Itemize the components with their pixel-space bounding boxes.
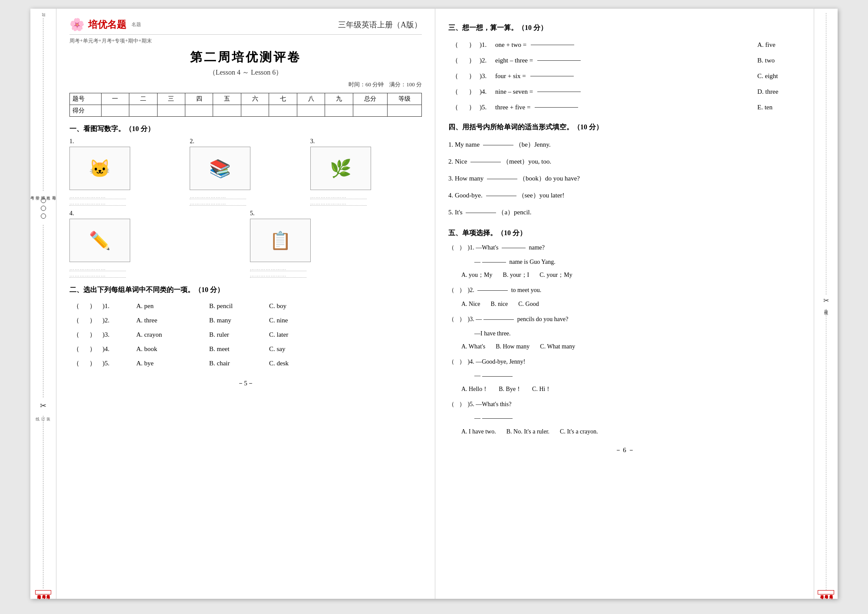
score-2[interactable]	[129, 105, 157, 117]
score-grade[interactable]	[387, 105, 421, 117]
image-item-2: 2. 📚 ………………… …………………	[190, 138, 301, 206]
choice-row: （ ） )2. to meet you.	[448, 285, 801, 296]
section3-content: （ ） )1. one + two = A. five （ ） )2. eigh…	[448, 37, 801, 115]
choice-row: （ ） )4. —Good-bye, Jenny!	[448, 356, 801, 368]
list-item: 1. My name （be）Jenny.	[448, 136, 801, 153]
left-strip: JJ 题号姓名班级学校考号 ✂ 装订线 培优名题周考单元考月考专项期中期末	[30, 9, 56, 599]
score-header-8: 八	[297, 93, 325, 105]
strip-dots	[41, 198, 46, 219]
section5-list: （ ） )1. —What's name? — name is Guo Yang…	[448, 242, 801, 437]
list-item: （ ） )3. four + six = C. eight	[448, 68, 801, 84]
image-box-1: 🐱	[69, 147, 130, 190]
scissor-icon: ✂	[40, 401, 46, 410]
image-box-5: 📋	[250, 219, 311, 262]
choice-row: （ ） )1. —What's name?	[448, 242, 801, 254]
score-header-4: 四	[185, 93, 213, 105]
list-item: （ ） )1. one + two = A. five	[448, 37, 801, 53]
scissor-icon-right: ✂	[823, 296, 829, 305]
exam-score: 满分：100 分	[389, 81, 422, 88]
section1-images-row2: 4. ✏️ ………………… ………………… 5. 📋 ………………… ………………	[69, 210, 422, 278]
right-page: 三、想一想，算一算。（10 分） （ ） )1. one + two = A. …	[435, 9, 814, 599]
list-item: （ ） )5. A. bye B. chair C. desk	[69, 356, 422, 371]
page-num-left: －5－	[69, 379, 422, 387]
choice-row: （ ） )5. —What's this?	[448, 399, 801, 410]
score-9[interactable]	[325, 105, 353, 117]
score-7[interactable]	[269, 105, 297, 117]
score-8[interactable]	[297, 105, 325, 117]
section1-images: 1. 🐱 ………………… ………………… 2. 📚 ………………… …………………	[69, 138, 422, 206]
exam-info: 时间：60 分钟 满分：100 分	[69, 81, 422, 89]
score-1[interactable]	[101, 105, 129, 117]
list-item: 5. It's （a）pencil.	[448, 204, 801, 221]
section3-title: 三、想一想，算一算。（10 分）	[448, 23, 801, 33]
list-item: （ ） )2. to meet you. A. Nice B. nice C. …	[448, 285, 801, 310]
image-item-4: 4. ✏️ ………………… …………………	[69, 210, 241, 278]
score-table: 题号 一 二 三 四 五 六 七 八 九 总分 等级 得分	[69, 93, 422, 117]
left-page: 🌸 培优名题 名题 三年级英语上册（A版） 周考+单元考+月考+专项+期中+期末…	[56, 9, 435, 599]
brand-sub: 周考+单元考+月考+专项+期中+期末	[69, 37, 422, 45]
score-header-9: 九	[325, 93, 353, 105]
choice-options: A. What's B. How many C. What many	[461, 341, 801, 353]
list-item: （ ） )3. — pencils do you have? —I have t…	[448, 314, 801, 353]
image-item-3: 3. 🌿 ………………… …………………	[310, 138, 422, 206]
score-header-5: 五	[213, 93, 241, 105]
list-item: （ ） )4. nine – seven = D. three	[448, 84, 801, 99]
section1-title: 一、看图写数字。（10 分）	[69, 125, 422, 134]
list-item: （ ） )2. eight – three = B. two	[448, 53, 801, 68]
grade-label: 三年级英语上册（A版）	[338, 20, 422, 30]
list-item: （ ） )4. —Good-bye, Jenny! — A. Hello！ B.…	[448, 356, 801, 395]
exam-subtitle: （Lesson 4 ～ Lesson 6）	[69, 68, 422, 77]
section4-list: 1. My name （be）Jenny. 2. Nice （meet）you,…	[448, 136, 801, 221]
brand-area: 🌸 培优名题 名题	[69, 17, 141, 32]
score-6[interactable]	[241, 105, 269, 117]
image-item-5: 5. 📋 ………………… …………………	[250, 210, 422, 278]
strip-label-jj: JJ	[40, 13, 46, 16]
score-total[interactable]	[353, 105, 387, 117]
strip-label-info: 题号姓名班级学校考号	[30, 193, 57, 194]
list-item: （ ） )2. A. three B. many C. nine	[69, 313, 422, 328]
list-item: 4. Good-bye. （see）you later!	[448, 187, 801, 204]
score-header-11: 等级	[387, 93, 421, 105]
score-header-2: 二	[129, 93, 157, 105]
score-header-0: 题号	[70, 93, 102, 105]
exam-time: 时间：60 分钟	[349, 81, 384, 88]
image-item-1: 1. 🐱 ………………… …………………	[69, 138, 181, 206]
choice-options: A. you；My B. your；I C. your；My	[461, 269, 801, 281]
score-5[interactable]	[213, 105, 241, 117]
image-box-3: 🌿	[310, 147, 371, 190]
choice-row: （ ） )3. — pencils do you have?	[448, 314, 801, 325]
list-item: 2. Nice （meet）you, too.	[448, 153, 801, 170]
score-3[interactable]	[157, 105, 185, 117]
score-header-1: 一	[101, 93, 129, 105]
list-item: （ ） )5. three + five = E. ten	[448, 99, 801, 115]
image-box-4: ✏️	[69, 219, 130, 262]
list-item: （ ） )4. A. book B. meet C. say	[69, 342, 422, 356]
score-header-3: 三	[157, 93, 185, 105]
list-item: 3. How many （book）do you have?	[448, 170, 801, 187]
header-row: 🌸 培优名题 名题 三年级英语上册（A版）	[69, 17, 422, 35]
section4-content: 1. My name （be）Jenny. 2. Nice （meet）you,…	[448, 136, 801, 221]
brand-badge-right: 培优名题周考单元考月考专项	[818, 590, 834, 594]
brand-subtitle: 名题	[132, 21, 141, 28]
brand-cn: 培优名题	[88, 18, 126, 31]
brand-icon: 🌸	[69, 17, 85, 32]
section2-list: （ ） )1. A. pen B. pencil C. boy （ ） )2. …	[69, 299, 422, 371]
choice-options: A. Hello！ B. Bye！ C. Hi！	[461, 384, 801, 395]
score-header-6: 六	[241, 93, 269, 105]
choice-options: A. I have two. B. No. It's a ruler. C. I…	[461, 426, 801, 438]
score-label: 得分	[70, 105, 102, 117]
section4-title: 四、用括号内所给单词的适当形式填空。（10 分）	[448, 123, 801, 132]
score-4[interactable]	[185, 105, 213, 117]
section5-title: 五、单项选择。（10 分）	[448, 229, 801, 238]
score-header-7: 七	[269, 93, 297, 105]
score-header-10: 总分	[353, 93, 387, 105]
brand-badge-left: 培优名题周考单元考月考专项期中期末	[35, 590, 51, 594]
section5-content: （ ） )1. —What's name? — name is Guo Yang…	[448, 242, 801, 437]
exam-title: 第二周培优测评卷	[69, 49, 422, 66]
section2-title: 二、选出下列每组单词中不同类的一项。（10 分）	[69, 286, 422, 295]
list-item: （ ） )3. A. crayon B. ruler C. later	[69, 328, 422, 342]
list-item: （ ） )1. —What's name? — name is Guo Yang…	[448, 242, 801, 281]
image-box-2: 📚	[190, 147, 250, 190]
section3-list: （ ） )1. one + two = A. five （ ） )2. eigh…	[448, 37, 801, 115]
choice-options: A. Nice B. nice C. Good	[461, 299, 801, 310]
